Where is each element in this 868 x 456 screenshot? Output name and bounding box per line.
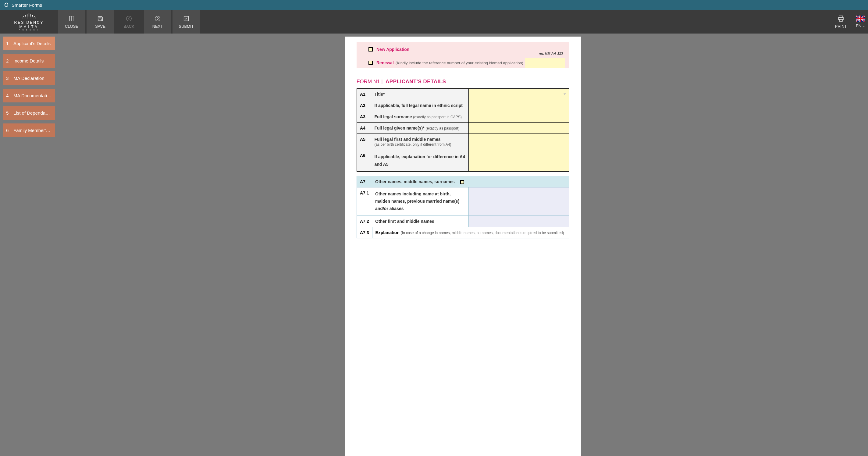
next-icon	[154, 15, 161, 22]
submit-icon	[183, 15, 190, 22]
sidebar-item-label: Applicant's Details	[13, 41, 51, 46]
app-logo-icon	[4, 2, 9, 8]
other-names-checkbox[interactable]	[460, 180, 464, 184]
language-selector[interactable]: EN ⌄	[853, 10, 868, 33]
new-application-checkbox[interactable]	[369, 47, 373, 52]
brand-dots-icon	[20, 12, 38, 19]
svg-point-7	[30, 15, 31, 16]
row-num: A7.1	[357, 187, 372, 215]
content-area: New Application eg. NM-AA-123 Renewal (K…	[58, 33, 868, 456]
svg-point-1	[27, 14, 27, 14]
row-a3: A3. Full legal surname (exactly as passp…	[357, 111, 569, 123]
sidebar-item-applicants-details[interactable]: 1 Applicant's Details	[3, 37, 55, 50]
title-select[interactable]	[469, 89, 569, 100]
row-label: Title*	[372, 89, 469, 100]
brand-line2: MALTA	[19, 25, 38, 29]
toolbar: CLOSE SAVE BACK NEXT SUBMIT PRINT	[0, 10, 868, 33]
svg-rect-38	[856, 18, 865, 19]
svg-point-9	[23, 17, 24, 17]
other-names-table: A7. Other names, middle names, surnames …	[356, 176, 569, 238]
applicant-details-table: A1. Title* A2. If applicable, full legal…	[356, 88, 569, 172]
row-a2: A2. If applicable, full legal name in et…	[357, 100, 569, 111]
brand-line1: RESIDENCY	[14, 21, 43, 25]
sidebar: 1 Applicant's Details 2 Income Details 3…	[0, 33, 58, 456]
sidebar-item-label: List of Dependa…	[13, 110, 50, 116]
svg-point-3	[30, 14, 31, 14]
given-names-input[interactable]	[469, 123, 569, 134]
row-num: A1.	[357, 89, 372, 100]
svg-point-2	[29, 14, 29, 14]
svg-point-21	[32, 18, 32, 18]
svg-point-22	[33, 18, 34, 18]
row-label: If applicable, explanation for differenc…	[372, 150, 469, 172]
chevron-down-icon	[563, 94, 566, 95]
renewal-hint: (Kindly include the reference number of …	[396, 61, 523, 65]
svg-point-5	[27, 15, 27, 16]
row-label: Explanation (In case of a change in name…	[372, 227, 569, 238]
save-icon	[97, 15, 104, 22]
submit-button[interactable]: SUBMIT	[173, 10, 200, 33]
svg-point-19	[27, 18, 28, 18]
form-title-main: APPLICANT'S DETAILS	[385, 79, 446, 85]
app-header: Smarter Forms	[0, 0, 868, 10]
other-names-input[interactable]	[469, 187, 569, 215]
sidebar-item-ma-declaration[interactable]: 3 MA Declaration	[3, 71, 55, 85]
print-button[interactable]: PRINT	[830, 10, 851, 33]
back-label: BACK	[123, 24, 134, 29]
row-label: Other names, middle names, surnames	[372, 176, 569, 187]
ethnic-name-input[interactable]	[469, 100, 569, 111]
sidebar-item-num: 6	[6, 128, 10, 133]
sidebar-item-num: 1	[6, 41, 10, 46]
sidebar-item-family-members[interactable]: 6 Family Member's…	[3, 123, 55, 137]
sidebar-item-num: 5	[6, 110, 10, 116]
brand-line3: A G E N C Y	[19, 29, 39, 31]
new-application-row: New Application eg. NM-AA-123	[356, 42, 569, 57]
sidebar-item-ma-documentation[interactable]: 4 MA Documentati…	[3, 89, 55, 102]
close-button[interactable]: CLOSE	[58, 10, 85, 33]
chevron-down-icon: ⌄	[863, 24, 865, 28]
svg-point-14	[32, 17, 33, 17]
svg-rect-26	[99, 16, 101, 18]
print-label: PRINT	[835, 24, 847, 29]
row-num: A2.	[357, 100, 372, 111]
renewal-label: Renewal	[376, 60, 394, 65]
row-num: A4.	[357, 123, 372, 134]
reference-example-text: eg. NM-AA-123	[539, 52, 563, 55]
svg-rect-27	[99, 19, 101, 21]
sidebar-item-label: MA Documentati…	[13, 93, 52, 98]
row-label: Full legal surname (exactly as passport …	[372, 111, 469, 123]
row-a1: A1. Title*	[357, 89, 569, 100]
form-title-prefix: FORM N1 |	[356, 79, 383, 85]
app-title: Smarter Forms	[11, 2, 42, 8]
row-num: A7.3	[357, 227, 372, 238]
surname-input[interactable]	[469, 111, 569, 123]
row-num: A6.	[357, 150, 372, 172]
submit-label: SUBMIT	[179, 24, 193, 29]
save-button[interactable]: SAVE	[87, 10, 114, 33]
sidebar-item-list-of-dependants[interactable]: 5 List of Dependa…	[3, 106, 55, 120]
svg-point-17	[24, 18, 24, 18]
row-label: Full legal given name(s)* (exactly as pa…	[372, 123, 469, 134]
other-first-middle-input[interactable]	[469, 215, 569, 227]
form-page: New Application eg. NM-AA-123 Renewal (K…	[345, 37, 581, 456]
save-label: SAVE	[95, 24, 105, 29]
svg-point-20	[30, 18, 30, 18]
flag-uk-icon	[856, 16, 865, 22]
row-num: A5.	[357, 134, 372, 150]
renewal-reference-input[interactable]	[525, 58, 565, 68]
row-a7-3: A7.3 Explanation (In case of a change in…	[357, 227, 569, 238]
next-button[interactable]: NEXT	[144, 10, 171, 33]
difference-explanation-input[interactable]	[469, 150, 569, 172]
svg-point-0	[29, 13, 29, 14]
close-label: CLOSE	[65, 24, 78, 29]
svg-point-28	[126, 16, 132, 21]
row-num: A3.	[357, 111, 372, 123]
sidebar-item-num: 3	[6, 75, 10, 81]
first-middle-names-input[interactable]	[469, 134, 569, 150]
renewal-checkbox[interactable]	[369, 61, 373, 65]
close-icon	[68, 15, 75, 22]
svg-point-13	[30, 17, 31, 17]
brand-logo: RESIDENCY MALTA A G E N C Y	[0, 10, 58, 33]
sidebar-item-income-details[interactable]: 2 Income Details	[3, 54, 55, 68]
svg-point-29	[155, 16, 160, 21]
